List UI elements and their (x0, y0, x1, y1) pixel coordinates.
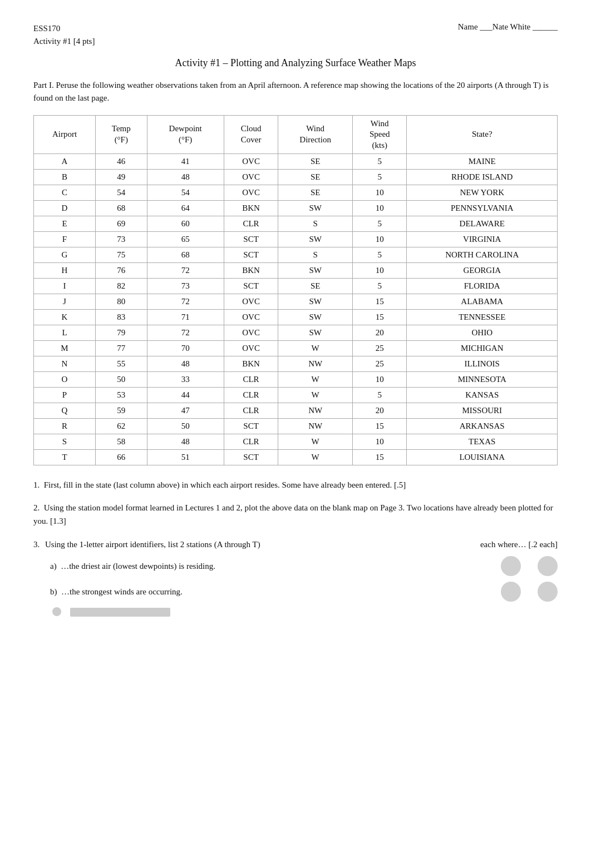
q3a-blank-1[interactable] (501, 556, 521, 576)
table-cell: 48 (147, 434, 224, 450)
table-cell: 10 (353, 372, 407, 388)
question-3: 3. Using the 1-letter airport identifier… (33, 538, 558, 618)
table-cell: NW (278, 419, 353, 434)
table-row: E6960CLRS5DELAWARE (34, 216, 558, 232)
table-row: D6864BKNSW10PENNSYLVANIA (34, 201, 558, 216)
questions-section: 1. First, fill in the state (last column… (33, 479, 558, 618)
table-row: A4641OVCSE5MAINE (34, 154, 558, 170)
table-cell: 54 (96, 185, 147, 201)
table-cell: 73 (147, 279, 224, 294)
col-wind-speed: WindSpeed(kts) (353, 115, 407, 154)
header: ESS170 Activity #1 [4 pts] Name ___Nate … (33, 22, 558, 47)
table-cell: 72 (147, 263, 224, 279)
table-cell: A (34, 154, 96, 170)
table-row: S5848CLRW10TEXAS (34, 434, 558, 450)
table-cell: VIRGINIA (407, 232, 558, 247)
table-cell: SE (278, 170, 353, 185)
table-cell: MAINE (407, 154, 558, 170)
q2-number: 2. (33, 503, 40, 512)
table-cell: R (34, 419, 96, 434)
table-cell: 25 (353, 356, 407, 372)
table-cell: 54 (147, 185, 224, 201)
table-cell: S (278, 216, 353, 232)
course-label: ESS170 (33, 22, 95, 35)
table-cell: TENNESSEE (407, 310, 558, 325)
table-cell: SE (278, 154, 353, 170)
table-cell: DELAWARE (407, 216, 558, 232)
table-cell: 72 (147, 325, 224, 341)
q3-main-line: 3. Using the 1-letter airport identifier… (33, 538, 558, 552)
table-cell: W (278, 372, 353, 388)
table-cell: LOUISIANA (407, 450, 558, 465)
table-cell: NEW YORK (407, 185, 558, 201)
table-cell: 71 (147, 310, 224, 325)
table-cell: D (34, 201, 96, 216)
col-dewpoint: Dewpoint(°F) (147, 115, 224, 154)
table-cell: J (34, 294, 96, 310)
table-cell: OVC (224, 310, 278, 325)
table-cell: ALABAMA (407, 294, 558, 310)
question-2: 2. Using the station model format learne… (33, 502, 558, 528)
table-cell: 33 (147, 372, 224, 388)
table-cell: 46 (96, 154, 147, 170)
table-cell: 70 (147, 341, 224, 356)
table-cell: SE (278, 185, 353, 201)
table-cell: BKN (224, 263, 278, 279)
table-cell: 68 (96, 201, 147, 216)
table-cell: 58 (96, 434, 147, 450)
table-cell: SCT (224, 450, 278, 465)
table-cell: 15 (353, 310, 407, 325)
q3b-label: b) …the strongest winds are occurring. (50, 586, 183, 598)
table-cell: FLORIDA (407, 279, 558, 294)
q1-body: First, fill in the state (last column ab… (44, 480, 406, 489)
table-cell: CLR (224, 216, 278, 232)
table-cell: 10 (353, 232, 407, 247)
table-cell: SCT (224, 232, 278, 247)
table-cell: 20 (353, 325, 407, 341)
table-cell: MINNESOTA (407, 372, 558, 388)
table-row: J8072OVCSW15ALABAMA (34, 294, 558, 310)
table-cell: ILLINOIS (407, 356, 558, 372)
table-cell: PENNSYLVANIA (407, 201, 558, 216)
table-cell: E (34, 216, 96, 232)
q2-body: Using the station model format learned i… (33, 503, 553, 525)
table-cell: W (278, 434, 353, 450)
q3a-blanks (501, 556, 558, 576)
table-cell: 5 (353, 247, 407, 263)
q3a-blank-2[interactable] (538, 556, 558, 576)
q3b-blank-1[interactable] (501, 582, 521, 602)
table-cell: 10 (353, 201, 407, 216)
header-right: Name ___Nate White ______ (458, 22, 558, 47)
table-cell: 51 (147, 450, 224, 465)
table-cell: OHIO (407, 325, 558, 341)
table-cell: 10 (353, 263, 407, 279)
q3-text: Using the 1-letter airport identifiers, … (43, 538, 260, 552)
table-cell: 10 (353, 185, 407, 201)
table-cell: NW (278, 403, 353, 419)
table-cell: 20 (353, 403, 407, 419)
q3c-text (68, 605, 173, 618)
q3b-blank-2[interactable] (538, 582, 558, 602)
table-cell: RHODE ISLAND (407, 170, 558, 185)
table-cell: MICHIGAN (407, 341, 558, 356)
table-cell: 77 (96, 341, 147, 356)
table-cell: SW (278, 325, 353, 341)
table-cell: NW (278, 356, 353, 372)
table-cell: 55 (96, 356, 147, 372)
table-cell: TEXAS (407, 434, 558, 450)
q3a-label: a) …the driest air (lowest dewpoints) is… (50, 560, 215, 573)
weather-table: Airport Temp(°F) Dewpoint(°F) CloudCover… (33, 115, 558, 466)
table-cell: OVC (224, 154, 278, 170)
table-cell: 10 (353, 434, 407, 450)
table-cell: 62 (96, 419, 147, 434)
col-state: State? (407, 115, 558, 154)
table-row: I8273SCTSE5FLORIDA (34, 279, 558, 294)
table-row: C5454OVCSE10NEW YORK (34, 185, 558, 201)
table-cell: 73 (96, 232, 147, 247)
header-left: ESS170 Activity #1 [4 pts] (33, 22, 95, 47)
table-cell: 59 (96, 403, 147, 419)
table-cell: 5 (353, 279, 407, 294)
col-cloud: CloudCover (224, 115, 278, 154)
table-row: G7568SCTS5NORTH CAROLINA (34, 247, 558, 263)
table-cell: 41 (147, 154, 224, 170)
